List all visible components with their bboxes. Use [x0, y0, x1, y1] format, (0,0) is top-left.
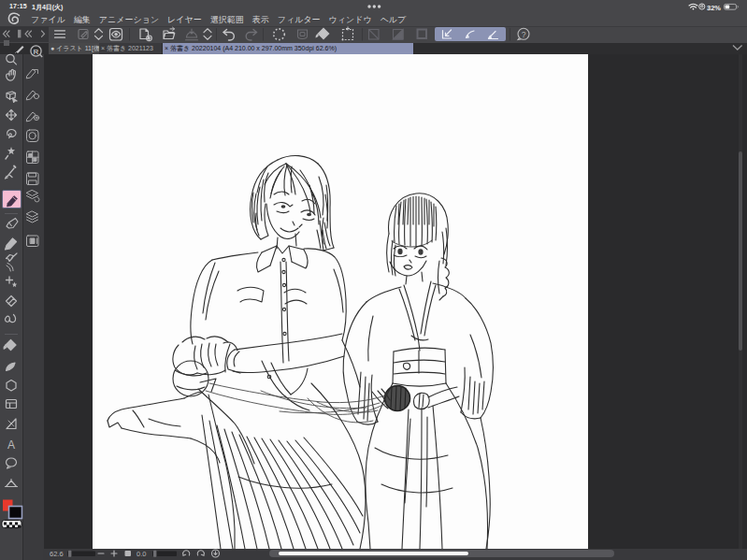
- svg-text:A: A: [7, 438, 15, 452]
- svg-text:62.6: 62.6: [50, 550, 64, 558]
- svg-text:0.0: 0.0: [136, 550, 146, 558]
- svg-text:?: ?: [522, 30, 526, 39]
- svg-text:R: R: [34, 48, 39, 56]
